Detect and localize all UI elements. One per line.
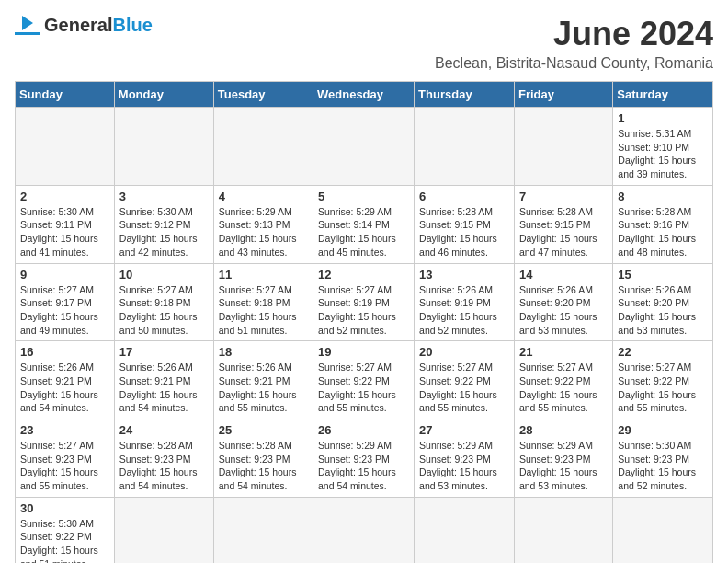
day-info: Sunrise: 5:27 AM Sunset: 9:22 PM Dayligh…: [419, 361, 509, 415]
day-number: 23: [20, 423, 109, 437]
calendar-cell: 30Sunrise: 5:30 AM Sunset: 9:22 PM Dayli…: [16, 497, 115, 563]
day-number: 19: [318, 345, 409, 359]
day-info: Sunrise: 5:28 AM Sunset: 9:23 PM Dayligh…: [219, 439, 308, 493]
calendar-cell: [213, 497, 313, 563]
day-number: 27: [419, 423, 509, 437]
day-number: 6: [419, 190, 509, 203]
calendar-cell: 7Sunrise: 5:28 AM Sunset: 9:15 PM Daylig…: [514, 185, 612, 263]
col-saturday: Saturday: [613, 82, 713, 108]
calendar-header: Sunday Monday Tuesday Wednesday Thursday…: [16, 82, 713, 108]
calendar-cell: 12Sunrise: 5:27 AM Sunset: 9:19 PM Dayli…: [313, 263, 415, 341]
day-info: Sunrise: 5:26 AM Sunset: 9:21 PM Dayligh…: [219, 361, 308, 415]
logo-general: General: [44, 15, 112, 35]
calendar-cell: [514, 108, 612, 186]
day-number: 22: [618, 345, 708, 359]
day-number: 17: [119, 345, 209, 359]
day-info: Sunrise: 5:26 AM Sunset: 9:21 PM Dayligh…: [119, 361, 209, 415]
col-wednesday: Wednesday: [313, 82, 415, 108]
calendar-cell: [213, 108, 313, 186]
day-number: 3: [119, 190, 209, 203]
calendar-week-6: 30Sunrise: 5:30 AM Sunset: 9:22 PM Dayli…: [16, 497, 713, 563]
col-monday: Monday: [114, 82, 213, 108]
col-tuesday: Tuesday: [213, 82, 313, 108]
calendar-cell: 21Sunrise: 5:27 AM Sunset: 9:22 PM Dayli…: [514, 341, 612, 419]
col-sunday: Sunday: [16, 82, 115, 108]
calendar-title: June 2024: [435, 15, 713, 53]
calendar-week-2: 2Sunrise: 5:30 AM Sunset: 9:11 PM Daylig…: [16, 185, 713, 263]
day-info: Sunrise: 5:30 AM Sunset: 9:23 PM Dayligh…: [618, 439, 708, 493]
calendar-cell: 6Sunrise: 5:28 AM Sunset: 9:15 PM Daylig…: [415, 185, 515, 263]
calendar-subtitle: Beclean, Bistrita-Nasaud County, Romania: [435, 55, 713, 72]
calendar-cell: [514, 497, 612, 563]
day-number: 16: [20, 345, 109, 359]
day-info: Sunrise: 5:27 AM Sunset: 9:22 PM Dayligh…: [618, 361, 708, 415]
day-info: Sunrise: 5:29 AM Sunset: 9:23 PM Dayligh…: [519, 439, 608, 493]
calendar-cell: 19Sunrise: 5:27 AM Sunset: 9:22 PM Dayli…: [313, 341, 415, 419]
day-info: Sunrise: 5:27 AM Sunset: 9:23 PM Dayligh…: [20, 439, 109, 493]
day-number: 18: [219, 345, 308, 359]
calendar-week-3: 9Sunrise: 5:27 AM Sunset: 9:17 PM Daylig…: [16, 263, 713, 341]
day-number: 7: [519, 190, 608, 203]
day-number: 5: [318, 190, 409, 203]
day-number: 30: [20, 501, 109, 515]
day-info: Sunrise: 5:29 AM Sunset: 9:23 PM Dayligh…: [419, 439, 509, 493]
day-info: Sunrise: 5:26 AM Sunset: 9:20 PM Dayligh…: [618, 283, 708, 338]
day-number: 11: [219, 268, 308, 282]
calendar-cell: [313, 497, 415, 563]
day-info: Sunrise: 5:27 AM Sunset: 9:19 PM Dayligh…: [318, 283, 409, 338]
page-container: GeneralBlue June 2024 Beclean, Bistrita-…: [15, 15, 713, 563]
day-info: Sunrise: 5:26 AM Sunset: 9:19 PM Dayligh…: [419, 283, 509, 338]
day-info: Sunrise: 5:28 AM Sunset: 9:15 PM Dayligh…: [419, 205, 509, 259]
logo: GeneralBlue: [15, 15, 153, 35]
calendar-cell: 16Sunrise: 5:26 AM Sunset: 9:21 PM Dayli…: [16, 341, 115, 419]
day-number: 4: [219, 190, 308, 203]
calendar-cell: 18Sunrise: 5:26 AM Sunset: 9:21 PM Dayli…: [213, 341, 313, 419]
logo-words: GeneralBlue: [44, 15, 153, 35]
calendar-cell: 20Sunrise: 5:27 AM Sunset: 9:22 PM Dayli…: [415, 341, 515, 419]
calendar-cell: 10Sunrise: 5:27 AM Sunset: 9:18 PM Dayli…: [114, 263, 213, 341]
calendar-cell: 14Sunrise: 5:26 AM Sunset: 9:20 PM Dayli…: [514, 263, 612, 341]
day-number: 13: [419, 268, 509, 282]
calendar-cell: 3Sunrise: 5:30 AM Sunset: 9:12 PM Daylig…: [114, 185, 213, 263]
calendar-cell: [313, 108, 415, 186]
day-number: 8: [618, 190, 708, 203]
calendar-cell: 13Sunrise: 5:26 AM Sunset: 9:19 PM Dayli…: [415, 263, 515, 341]
day-number: 20: [419, 345, 509, 359]
day-number: 21: [519, 345, 608, 359]
day-info: Sunrise: 5:27 AM Sunset: 9:18 PM Dayligh…: [219, 283, 308, 338]
calendar-cell: 15Sunrise: 5:26 AM Sunset: 9:20 PM Dayli…: [613, 263, 713, 341]
col-friday: Friday: [514, 82, 612, 108]
calendar-table: Sunday Monday Tuesday Wednesday Thursday…: [15, 81, 713, 563]
calendar-cell: 8Sunrise: 5:28 AM Sunset: 9:16 PM Daylig…: [613, 185, 713, 263]
calendar-cell: [415, 108, 515, 186]
day-info: Sunrise: 5:26 AM Sunset: 9:21 PM Dayligh…: [20, 361, 109, 415]
calendar-week-4: 16Sunrise: 5:26 AM Sunset: 9:21 PM Dayli…: [16, 341, 713, 419]
calendar-cell: 22Sunrise: 5:27 AM Sunset: 9:22 PM Dayli…: [613, 341, 713, 419]
calendar-week-5: 23Sunrise: 5:27 AM Sunset: 9:23 PM Dayli…: [16, 419, 713, 498]
calendar-body: 1Sunrise: 5:31 AM Sunset: 9:10 PM Daylig…: [16, 108, 713, 564]
day-number: 10: [119, 268, 209, 282]
day-info: Sunrise: 5:26 AM Sunset: 9:20 PM Dayligh…: [519, 283, 608, 338]
calendar-cell: [613, 497, 713, 563]
calendar-cell: 29Sunrise: 5:30 AM Sunset: 9:23 PM Dayli…: [613, 419, 713, 498]
calendar-cell: 4Sunrise: 5:29 AM Sunset: 9:13 PM Daylig…: [213, 185, 313, 263]
day-info: Sunrise: 5:27 AM Sunset: 9:17 PM Dayligh…: [20, 283, 109, 338]
calendar-week-1: 1Sunrise: 5:31 AM Sunset: 9:10 PM Daylig…: [16, 108, 713, 186]
calendar-cell: 25Sunrise: 5:28 AM Sunset: 9:23 PM Dayli…: [213, 419, 313, 498]
logo-icon: [15, 16, 40, 35]
day-info: Sunrise: 5:28 AM Sunset: 9:15 PM Dayligh…: [519, 205, 608, 259]
day-number: 28: [519, 423, 608, 437]
calendar-cell: 23Sunrise: 5:27 AM Sunset: 9:23 PM Dayli…: [16, 419, 115, 498]
calendar-cell: 5Sunrise: 5:29 AM Sunset: 9:14 PM Daylig…: [313, 185, 415, 263]
calendar-cell: 24Sunrise: 5:28 AM Sunset: 9:23 PM Dayli…: [114, 419, 213, 498]
day-info: Sunrise: 5:30 AM Sunset: 9:22 PM Dayligh…: [20, 517, 109, 563]
logo-blue: Blue: [112, 15, 152, 35]
day-number: 1: [618, 111, 708, 125]
day-info: Sunrise: 5:30 AM Sunset: 9:12 PM Dayligh…: [119, 205, 209, 259]
header-row: Sunday Monday Tuesday Wednesday Thursday…: [16, 82, 713, 108]
day-info: Sunrise: 5:28 AM Sunset: 9:16 PM Dayligh…: [618, 205, 708, 259]
day-number: 26: [318, 423, 409, 437]
day-number: 9: [20, 268, 109, 282]
day-number: 15: [618, 268, 708, 282]
title-area: June 2024 Beclean, Bistrita-Nasaud Count…: [435, 15, 713, 72]
